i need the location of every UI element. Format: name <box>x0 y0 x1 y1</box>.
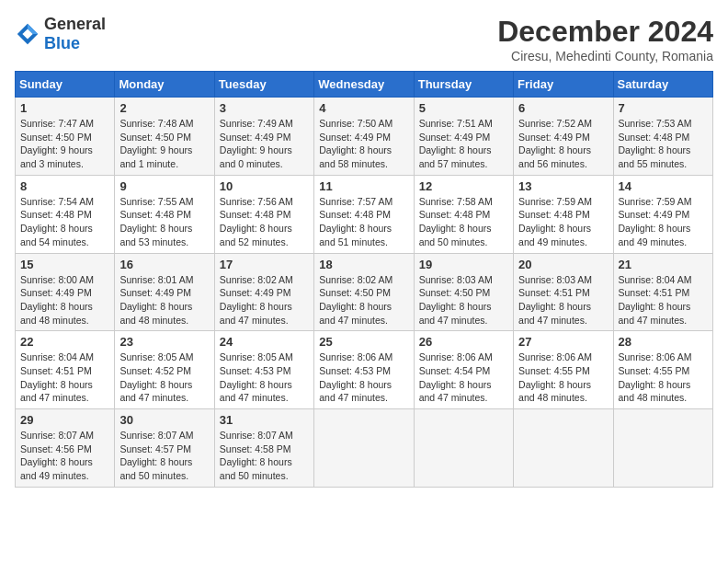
day-detail: Sunrise: 8:02 AMSunset: 4:49 PMDaylight:… <box>220 273 309 327</box>
day-number: 11 <box>319 179 408 193</box>
day-number: 5 <box>419 101 508 115</box>
month-title: December 2024 <box>497 15 713 49</box>
calendar-day-cell: 18Sunrise: 8:02 AMSunset: 4:50 PMDayligh… <box>314 253 414 331</box>
calendar-day-cell <box>514 409 613 488</box>
day-detail: Sunrise: 8:04 AMSunset: 4:51 PMDaylight:… <box>619 273 708 327</box>
day-detail: Sunrise: 8:07 AMSunset: 4:57 PMDaylight:… <box>119 429 209 483</box>
day-number: 14 <box>619 179 708 193</box>
logo-icon <box>15 21 40 47</box>
day-number: 3 <box>220 101 309 115</box>
calendar-day-cell: 25Sunrise: 8:06 AMSunset: 4:53 PMDayligh… <box>314 331 414 409</box>
calendar-day-cell: 9Sunrise: 7:55 AMSunset: 4:48 PMDaylight… <box>115 175 214 253</box>
logo: General Blue <box>15 15 106 53</box>
calendar-day-cell: 10Sunrise: 7:56 AMSunset: 4:48 PMDayligh… <box>214 175 313 253</box>
day-number: 6 <box>518 101 608 115</box>
calendar-day-cell: 17Sunrise: 8:02 AMSunset: 4:49 PMDayligh… <box>214 253 313 331</box>
calendar-day-cell: 5Sunrise: 7:51 AMSunset: 4:49 PMDaylight… <box>414 98 513 176</box>
calendar-day-cell: 4Sunrise: 7:50 AMSunset: 4:49 PMDaylight… <box>314 98 414 176</box>
calendar-day-cell: 22Sunrise: 8:04 AMSunset: 4:51 PMDayligh… <box>16 331 115 409</box>
calendar-day-cell: 1Sunrise: 7:47 AMSunset: 4:50 PMDaylight… <box>16 98 115 176</box>
day-number: 13 <box>518 179 608 193</box>
day-detail: Sunrise: 7:56 AMSunset: 4:48 PMDaylight:… <box>220 195 309 249</box>
day-detail: Sunrise: 7:49 AMSunset: 4:49 PMDaylight:… <box>220 117 309 171</box>
day-detail: Sunrise: 8:07 AMSunset: 4:58 PMDaylight:… <box>220 429 309 483</box>
day-detail: Sunrise: 7:58 AMSunset: 4:48 PMDaylight:… <box>419 195 508 249</box>
calendar-day-cell <box>414 409 513 488</box>
day-detail: Sunrise: 8:02 AMSunset: 4:50 PMDaylight:… <box>319 273 408 327</box>
weekday-header-saturday: Saturday <box>613 72 712 98</box>
calendar-day-cell: 31Sunrise: 8:07 AMSunset: 4:58 PMDayligh… <box>214 409 313 488</box>
calendar-table: SundayMondayTuesdayWednesdayThursdayFrid… <box>15 71 713 488</box>
calendar-day-cell: 16Sunrise: 8:01 AMSunset: 4:49 PMDayligh… <box>115 253 214 331</box>
day-detail: Sunrise: 7:51 AMSunset: 4:49 PMDaylight:… <box>419 117 508 171</box>
day-number: 12 <box>419 179 508 193</box>
calendar-week-row: 29Sunrise: 8:07 AMSunset: 4:56 PMDayligh… <box>16 409 713 488</box>
calendar-week-row: 8Sunrise: 7:54 AMSunset: 4:48 PMDaylight… <box>16 175 713 253</box>
day-number: 4 <box>319 101 408 115</box>
day-number: 2 <box>119 101 209 115</box>
day-number: 9 <box>119 179 209 193</box>
day-number: 18 <box>319 258 408 271</box>
day-detail: Sunrise: 8:05 AMSunset: 4:53 PMDaylight:… <box>220 350 309 405</box>
calendar-week-row: 22Sunrise: 8:04 AMSunset: 4:51 PMDayligh… <box>16 331 713 409</box>
calendar-day-cell: 24Sunrise: 8:05 AMSunset: 4:53 PMDayligh… <box>214 331 313 409</box>
calendar-day-cell: 13Sunrise: 7:59 AMSunset: 4:48 PMDayligh… <box>514 175 613 253</box>
day-number: 7 <box>619 101 708 115</box>
weekday-header-friday: Friday <box>514 72 613 98</box>
calendar-day-cell: 19Sunrise: 8:03 AMSunset: 4:50 PMDayligh… <box>414 253 513 331</box>
day-detail: Sunrise: 8:06 AMSunset: 4:54 PMDaylight:… <box>419 350 508 405</box>
weekday-header-monday: Monday <box>115 72 214 98</box>
day-detail: Sunrise: 7:50 AMSunset: 4:49 PMDaylight:… <box>319 117 408 171</box>
day-detail: Sunrise: 7:47 AMSunset: 4:50 PMDaylight:… <box>20 117 109 171</box>
day-number: 16 <box>119 258 209 271</box>
title-block: December 2024 Ciresu, Mehedinti County, … <box>497 15 713 63</box>
calendar-day-cell: 28Sunrise: 8:06 AMSunset: 4:55 PMDayligh… <box>613 331 712 409</box>
calendar-day-cell <box>613 409 712 488</box>
calendar-day-cell: 15Sunrise: 8:00 AMSunset: 4:49 PMDayligh… <box>16 253 115 331</box>
logo-general: General <box>44 15 106 33</box>
weekday-header-tuesday: Tuesday <box>214 72 313 98</box>
calendar-day-cell: 23Sunrise: 8:05 AMSunset: 4:52 PMDayligh… <box>115 331 214 409</box>
day-detail: Sunrise: 8:07 AMSunset: 4:56 PMDaylight:… <box>20 429 109 483</box>
calendar-day-cell: 2Sunrise: 7:48 AMSunset: 4:50 PMDaylight… <box>115 98 214 176</box>
day-detail: Sunrise: 8:01 AMSunset: 4:49 PMDaylight:… <box>119 273 209 327</box>
day-number: 25 <box>319 335 408 349</box>
calendar-day-cell <box>314 409 414 488</box>
page-header: General Blue December 2024 Ciresu, Mehed… <box>15 15 713 63</box>
day-number: 17 <box>220 258 309 271</box>
day-detail: Sunrise: 7:48 AMSunset: 4:50 PMDaylight:… <box>119 117 209 171</box>
calendar-day-cell: 21Sunrise: 8:04 AMSunset: 4:51 PMDayligh… <box>613 253 712 331</box>
day-detail: Sunrise: 8:06 AMSunset: 4:53 PMDaylight:… <box>319 350 408 405</box>
day-detail: Sunrise: 7:54 AMSunset: 4:48 PMDaylight:… <box>20 195 109 249</box>
day-detail: Sunrise: 8:04 AMSunset: 4:51 PMDaylight:… <box>20 350 109 405</box>
calendar-day-cell: 27Sunrise: 8:06 AMSunset: 4:55 PMDayligh… <box>514 331 613 409</box>
weekday-header-sunday: Sunday <box>16 72 115 98</box>
calendar-day-cell: 26Sunrise: 8:06 AMSunset: 4:54 PMDayligh… <box>414 331 513 409</box>
day-detail: Sunrise: 7:53 AMSunset: 4:48 PMDaylight:… <box>619 117 708 171</box>
day-number: 8 <box>20 179 109 193</box>
day-number: 22 <box>20 335 109 349</box>
day-number: 31 <box>220 413 309 427</box>
weekday-header-wednesday: Wednesday <box>314 72 414 98</box>
calendar-week-row: 15Sunrise: 8:00 AMSunset: 4:49 PMDayligh… <box>16 253 713 331</box>
weekday-header-thursday: Thursday <box>414 72 513 98</box>
day-number: 23 <box>119 335 209 349</box>
day-number: 29 <box>20 413 109 427</box>
day-detail: Sunrise: 8:03 AMSunset: 4:50 PMDaylight:… <box>419 273 508 327</box>
day-detail: Sunrise: 8:06 AMSunset: 4:55 PMDaylight:… <box>619 350 708 405</box>
calendar-day-cell: 20Sunrise: 8:03 AMSunset: 4:51 PMDayligh… <box>514 253 613 331</box>
day-detail: Sunrise: 7:59 AMSunset: 4:48 PMDaylight:… <box>518 195 608 249</box>
day-number: 28 <box>619 335 708 349</box>
calendar-day-cell: 30Sunrise: 8:07 AMSunset: 4:57 PMDayligh… <box>115 409 214 488</box>
day-number: 21 <box>619 258 708 271</box>
day-detail: Sunrise: 7:57 AMSunset: 4:48 PMDaylight:… <box>319 195 408 249</box>
calendar-day-cell: 8Sunrise: 7:54 AMSunset: 4:48 PMDaylight… <box>16 175 115 253</box>
weekday-header-row: SundayMondayTuesdayWednesdayThursdayFrid… <box>16 72 713 98</box>
calendar-day-cell: 6Sunrise: 7:52 AMSunset: 4:49 PMDaylight… <box>514 98 613 176</box>
day-detail: Sunrise: 7:59 AMSunset: 4:49 PMDaylight:… <box>619 195 708 249</box>
calendar-day-cell: 7Sunrise: 7:53 AMSunset: 4:48 PMDaylight… <box>613 98 712 176</box>
calendar-day-cell: 29Sunrise: 8:07 AMSunset: 4:56 PMDayligh… <box>16 409 115 488</box>
day-detail: Sunrise: 8:05 AMSunset: 4:52 PMDaylight:… <box>119 350 209 405</box>
day-number: 27 <box>518 335 608 349</box>
day-number: 19 <box>419 258 508 271</box>
